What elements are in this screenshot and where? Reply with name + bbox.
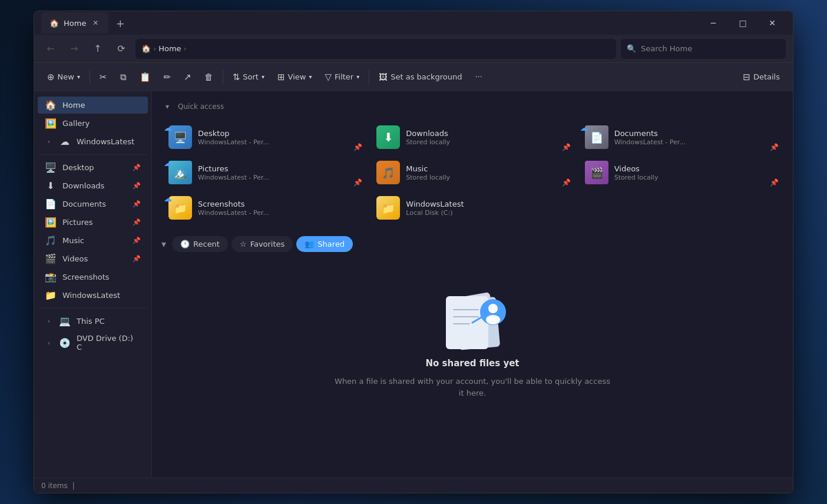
new-icon: ⊕	[47, 72, 55, 82]
sidebar-item-this-pc[interactable]: › 💻 This PC	[38, 313, 148, 330]
pin-icon-6: 📌	[133, 255, 141, 263]
sort-icon: ⇅	[233, 72, 240, 82]
sort-button[interactable]: ⇅ Sort ▾	[227, 67, 270, 87]
cut-button[interactable]: ✂	[94, 67, 113, 87]
folder-desktop[interactable]: ☁ 🖥️ Desktop WindowsLatest - Per... 📌	[161, 121, 367, 154]
sidebar-item-videos[interactable]: 🎬 Videos 📌	[38, 250, 148, 267]
cut-icon: ✂	[100, 72, 107, 82]
sidebar-item-music[interactable]: 🎵 Music 📌	[38, 232, 148, 249]
set-background-button[interactable]: 🖼 Set as background	[373, 67, 468, 87]
downloads-folder-name: Downloads	[406, 129, 450, 138]
copy-button[interactable]: ⧉	[114, 67, 133, 87]
copy-icon: ⧉	[120, 72, 127, 82]
screenshots-icon: 📸	[45, 271, 57, 283]
folder-windowslatest[interactable]: 📁 WindowsLatest Local Disk (C:)	[369, 191, 575, 224]
new-label: New	[58, 72, 74, 81]
svg-point-8	[486, 315, 500, 324]
tab-favorites[interactable]: ☆ Favorites	[231, 236, 293, 252]
refresh-button[interactable]: ⟳	[112, 39, 131, 58]
details-button[interactable]: ⊟ Details	[737, 67, 786, 87]
tab-recent[interactable]: 🕐 Recent	[172, 236, 228, 252]
pin-icon-3: 📌	[133, 200, 141, 208]
new-button[interactable]: ⊕ New ▾	[41, 67, 86, 87]
sidebar-item-dvd[interactable]: › 💿 DVD Drive (D:) C	[38, 331, 148, 354]
tab-shared[interactable]: 👥 Shared	[296, 236, 353, 252]
expand-icon: ›	[45, 138, 53, 145]
folder-pictures[interactable]: ☁ 🏔️ Pictures WindowsLatest - Per... 📌	[161, 156, 367, 189]
favorites-icon: ☆	[240, 240, 247, 248]
shared-icon: 👥	[305, 240, 314, 248]
breadcrumb[interactable]: 🏠 › Home ›	[135, 39, 616, 59]
sidebar-windowslatest-label: WindowsLatest	[77, 137, 134, 146]
sidebar-item-desktop[interactable]: 🖥️ Desktop 📌	[38, 159, 148, 176]
paste-button[interactable]: 📋	[134, 67, 157, 87]
forward-button[interactable]: →	[65, 39, 84, 58]
filter-button[interactable]: ▽ Filter ▾	[319, 67, 365, 87]
shared-empty-illustration	[437, 287, 508, 346]
sidebar-dvd-label: DVD Drive (D:) C	[77, 334, 141, 352]
windowslatest-folder-icon: 📁	[376, 196, 400, 220]
minimize-button[interactable]: ─	[700, 14, 727, 32]
quick-access-label: Quick access	[178, 102, 224, 111]
toolbar-separator-2	[223, 70, 223, 84]
sidebar-item-screenshots[interactable]: 📸 Screenshots	[38, 268, 148, 286]
new-tab-button[interactable]: +	[111, 14, 130, 32]
share-icon: ↗	[184, 72, 191, 82]
main-content: 🏠 Home 🖼️ Gallery › ☁️ WindowsLatest 🖥️ …	[34, 91, 793, 478]
active-tab[interactable]: 🏠 Home ✕	[41, 12, 108, 34]
new-chevron-icon: ▾	[77, 74, 80, 80]
home-icon: 🏠	[45, 100, 57, 111]
shared-empty-title: No shared files yet	[425, 358, 519, 369]
sidebar-videos-label: Videos	[62, 254, 88, 263]
sidebar-item-windowslatest-cloud[interactable]: › ☁️ WindowsLatest	[38, 133, 148, 150]
music-folder-icon: 🎵	[376, 161, 400, 184]
delete-button[interactable]: 🗑	[199, 67, 219, 87]
folder-downloads[interactable]: ⬇ Downloads Stored locally 📌	[369, 121, 575, 154]
close-button[interactable]: ✕	[759, 14, 786, 32]
folder-videos[interactable]: 🎬 Videos Stored locally 📌	[578, 156, 783, 189]
music-folder-subtitle: Stored locally	[406, 174, 450, 181]
screenshots-folder-icon: ☁ 📁	[168, 196, 192, 220]
sidebar-desktop-label: Desktop	[62, 163, 94, 172]
folder-music[interactable]: 🎵 Music Stored locally 📌	[369, 156, 575, 189]
sidebar-item-downloads[interactable]: ⬇️ Downloads 📌	[38, 177, 148, 194]
this-pc-icon: 💻	[59, 316, 71, 327]
sidebar-item-documents[interactable]: 📄 Documents 📌	[38, 195, 148, 213]
section-collapse[interactable]: ▾	[161, 238, 166, 250]
sidebar-this-pc-label: This PC	[77, 317, 105, 326]
rename-button[interactable]: ✏	[158, 67, 177, 87]
pictures-folder-details: Pictures WindowsLatest - Per...	[198, 164, 269, 181]
tab-close-button[interactable]: ✕	[91, 18, 100, 28]
windowslatest-folder-subtitle: Local Disk (C:)	[406, 209, 464, 217]
view-label: View	[288, 72, 306, 81]
sidebar-music-label: Music	[62, 236, 84, 245]
folder-documents[interactable]: ☁ 📄 Documents WindowsLatest - Per... 📌	[578, 121, 783, 154]
gallery-icon: 🖼️	[45, 118, 57, 129]
toolbar: ⊕ New ▾ ✂ ⧉ 📋 ✏ ↗ 🗑 ⇅ Sort ▾ ⊞	[34, 63, 793, 91]
cloud-sync-icon-2: ☁	[580, 123, 588, 132]
sidebar-item-gallery[interactable]: 🖼️ Gallery	[38, 115, 148, 132]
folder-screenshots[interactable]: ☁ 📁 Screenshots WindowsLatest - Per...	[161, 191, 367, 224]
back-button[interactable]: ←	[41, 39, 60, 58]
pictures-folder-icon: ☁ 🏔️	[168, 161, 192, 184]
up-button[interactable]: ↑	[88, 39, 107, 58]
sidebar-downloads-label: Downloads	[62, 181, 104, 190]
search-icon: 🔍	[627, 44, 636, 53]
sidebar-item-windowslatest2[interactable]: 📁 WindowsLatest	[38, 287, 148, 304]
videos-icon: 🎬	[45, 253, 57, 264]
search-box[interactable]: 🔍 Search Home	[621, 39, 786, 59]
documents-folder-details: Documents WindowsLatest - Per...	[614, 129, 686, 146]
documents-icon: 📄	[45, 198, 57, 210]
shared-label: Shared	[317, 240, 345, 248]
quick-access-collapse[interactable]: ▾	[161, 101, 173, 112]
filter-label: Filter	[335, 72, 353, 81]
sidebar-item-pictures[interactable]: 🖼️ Pictures 📌	[38, 214, 148, 231]
share-button[interactable]: ↗	[178, 67, 197, 87]
desktop-folder-subtitle: WindowsLatest - Per...	[198, 138, 269, 146]
sidebar-item-home[interactable]: 🏠 Home	[38, 97, 148, 114]
view-button[interactable]: ⊞ View ▾	[272, 67, 317, 87]
favorites-label: Favorites	[250, 240, 285, 248]
more-options-button[interactable]: ···	[469, 67, 488, 87]
status-separator: |	[72, 482, 75, 490]
maximize-button[interactable]: □	[729, 14, 756, 32]
